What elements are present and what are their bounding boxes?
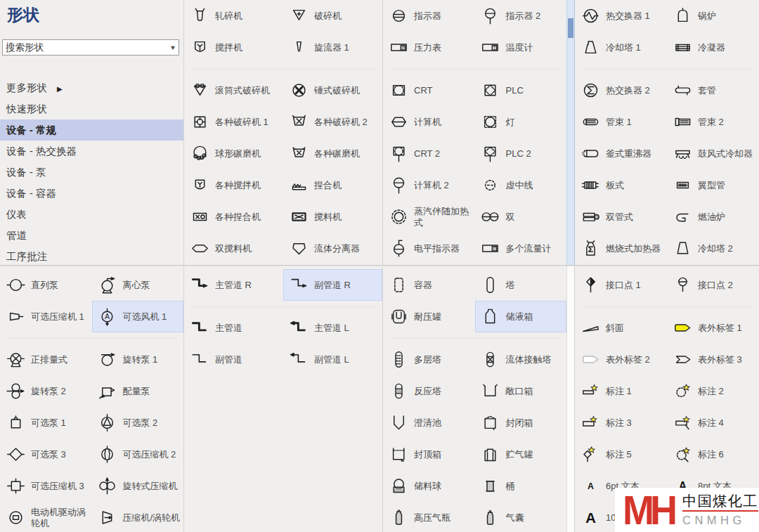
- shape-item-heat-7[interactable]: 管束 2: [667, 106, 759, 138]
- shape-item-crushers-12[interactable]: 各种捏合机: [184, 201, 283, 233]
- shape-item-crushers-7[interactable]: 各种破碎机 2: [283, 106, 382, 138]
- shape-item-instruments-7[interactable]: 灯: [475, 106, 567, 138]
- shape-item-annotations-11[interactable]: 标注 6: [667, 439, 759, 470]
- shape-item-crushers-14[interactable]: 双搅料机: [184, 233, 283, 264]
- shape-item-pumps-11[interactable]: 可选压缩机 2: [92, 439, 184, 470]
- shape-item-crushers-13[interactable]: 搅料机: [283, 201, 382, 233]
- shape-item-instruments-15[interactable]: F多个流量计: [475, 233, 567, 264]
- shape-item-vessels-14[interactable]: 高压气瓶: [383, 502, 475, 532]
- shape-item-vessels-7[interactable]: 敞口箱: [475, 375, 567, 407]
- sidebar-item-1[interactable]: 快速形状: [0, 98, 184, 119]
- shape-item-vessels-3[interactable]: 储液箱: [475, 301, 567, 332]
- shape-item-heat-8[interactable]: 釜式重沸器: [575, 138, 667, 169]
- shape-item-annotations-5[interactable]: 表外标签 3: [667, 344, 759, 375]
- shape-item-pumps-8[interactable]: 可选泵 1: [0, 407, 92, 439]
- shape-item-instruments-6[interactable]: 计算机: [383, 106, 475, 138]
- shape-item-pumps-7[interactable]: 配量泵: [92, 375, 184, 407]
- shape-item-heat-11[interactable]: 翼型管: [667, 169, 759, 201]
- shape-item-vessels-13[interactable]: 桶: [475, 470, 567, 502]
- chevron-down-icon[interactable]: ▼: [167, 44, 179, 51]
- shape-item-pipelines-3[interactable]: 主管道 L: [283, 312, 382, 344]
- shape-item-heat-9[interactable]: 鼓风式冷却器: [667, 138, 759, 169]
- shape-item-annotations-3[interactable]: 表外标签 1: [667, 312, 759, 344]
- sidebar-item-6[interactable]: 仪表: [0, 204, 184, 225]
- shape-item-vessels-8[interactable]: 澄清池: [383, 407, 475, 439]
- shape-item-crushers-10[interactable]: 各种搅拌机: [184, 169, 283, 201]
- shape-item-vessels-11[interactable]: 贮气罐: [475, 439, 567, 470]
- shape-item-vessels-9[interactable]: 封闭箱: [475, 407, 567, 439]
- shape-item-instruments-3[interactable]: T温度计: [475, 32, 567, 63]
- sidebar-item-7[interactable]: 管道: [0, 225, 184, 246]
- search-input[interactable]: [3, 42, 167, 53]
- shape-item-pumps-6[interactable]: 旋转泵 2: [0, 375, 92, 407]
- shape-item-heat-13[interactable]: 燃油炉: [667, 201, 759, 233]
- shape-item-crushers-9[interactable]: 各种碾磨机: [283, 138, 382, 169]
- shape-item-crushers-11[interactable]: 捏合机: [283, 169, 382, 201]
- shape-item-instruments-2[interactable]: P压力表: [383, 32, 475, 63]
- shape-item-vessels-1[interactable]: 塔: [475, 269, 567, 301]
- shape-item-pumps-10[interactable]: 可选泵 3: [0, 439, 92, 470]
- shape-item-heat-12[interactable]: 双管式: [575, 201, 667, 233]
- shape-item-instruments-8[interactable]: CRT 2: [383, 138, 475, 169]
- shape-item-crushers-2[interactable]: 搅拌机: [184, 32, 283, 63]
- shape-item-annotations-6[interactable]: 标注 1: [575, 375, 667, 407]
- shape-item-crushers-15[interactable]: 流体分离器: [283, 233, 382, 264]
- shape-item-vessels-0[interactable]: 容器: [383, 269, 475, 301]
- shape-item-instruments-12[interactable]: 蒸汽伴随加热式: [383, 201, 475, 233]
- shape-item-annotations-1[interactable]: 接口点 2: [667, 269, 759, 301]
- shape-item-heat-1[interactable]: 锅炉: [667, 0, 759, 32]
- shape-item-crushers-8[interactable]: 球形碾磨机: [184, 138, 283, 169]
- shape-item-pumps-15[interactable]: 压缩机/涡轮机: [92, 502, 184, 532]
- shape-item-pumps-3[interactable]: A可选风机 1: [92, 301, 184, 332]
- shape-item-instruments-14[interactable]: 电平指示器: [383, 233, 475, 264]
- shape-item-instruments-13[interactable]: 双: [475, 201, 567, 233]
- vertical-scrollbar-track[interactable]: [566, 266, 575, 532]
- shape-item-vessels-10[interactable]: 封顶箱: [383, 439, 475, 470]
- shape-item-vessels-4[interactable]: 多层塔: [383, 344, 475, 375]
- shape-item-heat-15[interactable]: 冷却塔 2: [667, 233, 759, 264]
- shape-item-instruments-5[interactable]: PLC: [475, 74, 567, 106]
- sidebar-item-5[interactable]: 设备 - 容器: [0, 183, 184, 204]
- shape-item-annotations-0[interactable]: 接口点 1: [575, 269, 667, 301]
- sidebar-item-3[interactable]: 设备 - 热交换器: [0, 141, 184, 162]
- shape-item-vessels-5[interactable]: 流体接触塔: [475, 344, 567, 375]
- shape-item-annotations-2[interactable]: 斜面: [575, 312, 667, 344]
- shape-item-annotations-9[interactable]: 标注 4: [667, 407, 759, 439]
- shape-item-heat-6[interactable]: 管束 1: [575, 106, 667, 138]
- shape-item-vessels-2[interactable]: 耐压罐: [383, 301, 475, 332]
- shape-item-vessels-6[interactable]: 反应塔: [383, 375, 475, 407]
- shape-item-pipelines-4[interactable]: 副管道: [184, 344, 283, 375]
- shape-item-pipelines-5[interactable]: 副管道 L: [283, 344, 382, 375]
- shape-item-vessels-12[interactable]: 储料球: [383, 470, 475, 502]
- shape-item-pumps-14[interactable]: 电动机驱动涡轮机: [0, 502, 92, 532]
- sidebar-item-2[interactable]: 设备 - 常规: [0, 119, 184, 141]
- shape-item-crushers-0[interactable]: 轧碎机: [184, 0, 283, 32]
- search-shapes-combo[interactable]: ▼: [2, 39, 179, 56]
- scrollbar-thumb[interactable]: [568, 18, 573, 38]
- shape-item-instruments-1[interactable]: 指示器 2: [475, 0, 567, 32]
- shape-item-heat-5[interactable]: 套管: [667, 74, 759, 106]
- shape-item-crushers-5[interactable]: 锤式破碎机: [283, 74, 382, 106]
- shape-item-pipelines-1[interactable]: 副管道 R: [283, 269, 382, 301]
- shape-item-heat-3[interactable]: 冷凝器: [667, 32, 759, 63]
- sidebar-item-8[interactable]: 工序批注: [0, 246, 184, 266]
- shape-item-pipelines-2[interactable]: 主管道: [184, 312, 283, 344]
- shape-item-instruments-11[interactable]: 虚中线: [475, 169, 567, 201]
- shape-item-pumps-12[interactable]: 可选压缩机 3: [0, 470, 92, 502]
- shape-item-instruments-10[interactable]: 计算机 2: [383, 169, 475, 201]
- shape-item-pumps-4[interactable]: 正排量式: [0, 344, 92, 375]
- shape-item-annotations-10[interactable]: 标注 5: [575, 439, 667, 470]
- shape-item-instruments-9[interactable]: PLC 2: [475, 138, 567, 169]
- shape-item-crushers-3[interactable]: 旋流器 1: [283, 32, 382, 63]
- shape-item-pumps-9[interactable]: 可选泵 2: [92, 407, 184, 439]
- shape-item-annotations-7[interactable]: 标注 2: [667, 375, 759, 407]
- shape-item-pipelines-0[interactable]: 主管道 R: [184, 269, 283, 301]
- shape-item-heat-0[interactable]: 热交换器 1: [575, 0, 667, 32]
- shape-item-pumps-0[interactable]: 直列泵: [0, 269, 92, 301]
- vertical-scrollbar[interactable]: [566, 0, 575, 266]
- shape-item-pumps-2[interactable]: 可选压缩机 1: [0, 301, 92, 332]
- shape-item-heat-14[interactable]: 燃烧式加热器: [575, 233, 667, 264]
- sidebar-item-4[interactable]: 设备 - 泵: [0, 162, 184, 183]
- shape-item-vessels-15[interactable]: 气囊: [475, 502, 567, 532]
- shape-item-pumps-1[interactable]: 离心泵: [92, 269, 184, 301]
